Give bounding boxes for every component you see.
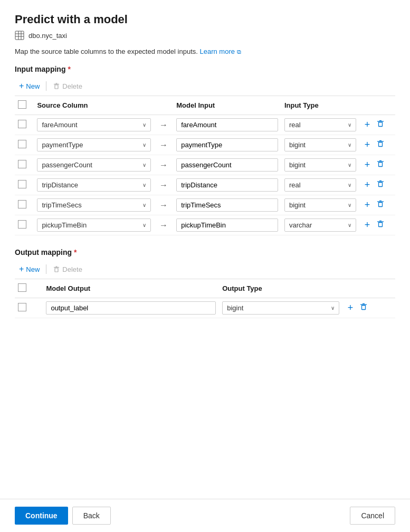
add-row-button[interactable]: +	[363, 218, 373, 232]
model-output-field[interactable]	[46, 301, 216, 315]
input-type-value: varchar	[289, 221, 312, 229]
delete-row-button[interactable]	[374, 138, 387, 149]
delete-icon	[376, 139, 385, 148]
input-type-chevron-icon: ∨	[348, 162, 351, 168]
input-type-chevron-icon: ∨	[348, 222, 351, 228]
source-chevron-icon: ∨	[142, 162, 146, 168]
output-row-checkbox[interactable]	[18, 303, 26, 311]
svg-rect-8	[379, 122, 383, 127]
arrow-right-icon: →	[159, 140, 168, 149]
delete-row-button[interactable]	[374, 198, 387, 209]
model-input-field[interactable]	[176, 218, 278, 232]
input-type-dropdown[interactable]: bigint ∨	[284, 198, 356, 212]
input-row-checkbox[interactable]	[18, 200, 26, 208]
input-type-value: bigint	[289, 161, 306, 169]
input-type-dropdown[interactable]: varchar ∨	[284, 218, 356, 232]
add-row-button[interactable]: +	[363, 178, 373, 192]
input-delete-button[interactable]: Delete	[49, 80, 87, 92]
delete-row-button[interactable]	[374, 158, 387, 169]
input-row-checkbox[interactable]	[18, 140, 26, 148]
delete-icon	[376, 220, 385, 228]
source-chevron-icon: ∨	[142, 202, 146, 208]
input-mapping-section-label: Input mapping *	[15, 65, 395, 73]
source-column-dropdown[interactable]: paymentType ∨	[37, 138, 150, 151]
table-icon	[15, 31, 24, 40]
source-column-value: fareAmount	[42, 121, 77, 129]
svg-rect-5	[55, 85, 58, 89]
output-select-all-checkbox[interactable]	[18, 283, 26, 292]
source-column-dropdown[interactable]: pickupTimeBin ∨	[37, 218, 150, 232]
output-table-row: bigint ∨ +	[15, 298, 395, 318]
input-type-value: real	[289, 181, 301, 189]
input-row-checkbox[interactable]	[18, 220, 26, 229]
input-new-button[interactable]: + New	[15, 80, 44, 92]
output-add-row-button[interactable]: +	[346, 301, 356, 315]
output-mapping-toolbar: + New Delete	[15, 261, 395, 279]
back-button[interactable]: Back	[72, 507, 111, 525]
arrow-right-icon: →	[159, 221, 168, 230]
source-chevron-icon: ∨	[142, 142, 146, 148]
input-select-all-checkbox[interactable]	[18, 100, 26, 109]
delete-row-button[interactable]	[374, 118, 387, 129]
input-row-checkbox[interactable]	[18, 180, 26, 188]
external-link-icon: ⧉	[237, 49, 241, 55]
input-header-arrow	[154, 96, 173, 115]
output-new-button[interactable]: + New	[15, 263, 44, 276]
output-delete-button[interactable]: Delete	[49, 263, 87, 276]
source-column-value: paymentType	[42, 141, 83, 149]
source-column-dropdown[interactable]: tripTimeSecs ∨	[37, 198, 150, 212]
model-input-field[interactable]	[176, 158, 278, 172]
input-type-dropdown[interactable]: real ∨	[284, 178, 356, 192]
source-column-value: passengerCount	[42, 161, 92, 169]
add-row-button[interactable]: +	[363, 158, 373, 172]
input-type-chevron-icon: ∨	[348, 122, 351, 128]
output-header-actions	[342, 279, 395, 298]
input-row-checkbox[interactable]	[18, 120, 26, 128]
source-chevron-icon: ∨	[142, 182, 146, 188]
model-input-field[interactable]	[176, 178, 278, 192]
add-row-button[interactable]: +	[363, 138, 373, 151]
input-row-checkbox[interactable]	[18, 160, 26, 168]
delete-icon	[376, 200, 385, 208]
svg-rect-29	[362, 306, 366, 310]
input-type-dropdown[interactable]: bigint ∨	[284, 138, 356, 151]
input-type-dropdown[interactable]: bigint ∨	[284, 158, 356, 172]
input-header-checkbox	[15, 96, 34, 115]
delete-row-button[interactable]	[374, 218, 387, 229]
input-table-row: pickupTimeBin ∨ → varchar ∨ +	[15, 215, 395, 235]
input-type-chevron-icon: ∨	[348, 182, 351, 188]
output-header-output-type: Output Type	[219, 279, 342, 298]
input-table-row: fareAmount ∨ → real ∨ +	[15, 115, 395, 135]
input-type-chevron-icon: ∨	[348, 202, 351, 208]
add-row-button[interactable]: +	[363, 118, 373, 131]
output-plus-icon: +	[19, 265, 24, 273]
cancel-button[interactable]: Cancel	[350, 507, 395, 525]
source-column-dropdown[interactable]: passengerCount ∨	[37, 158, 150, 172]
model-input-field[interactable]	[176, 118, 278, 131]
source-column-value: tripTimeSecs	[42, 201, 81, 209]
source-column-dropdown[interactable]: tripDistance ∨	[37, 178, 150, 192]
input-header-input-type: Input Type	[281, 96, 359, 115]
output-mapping-section-label: Output mapping *	[15, 248, 395, 256]
input-table-row: paymentType ∨ → bigint ∨ +	[15, 135, 395, 155]
input-mapping-table: Source Column Model Input Input Type far…	[15, 96, 395, 235]
model-input-field[interactable]	[176, 198, 278, 212]
output-type-dropdown[interactable]: bigint ∨	[222, 301, 339, 315]
source-table-name: dbo.nyc_taxi	[28, 32, 67, 40]
learn-more-link[interactable]: Learn more ⧉	[200, 48, 241, 55]
continue-button[interactable]: Continue	[15, 507, 68, 525]
source-column-dropdown[interactable]: fareAmount ∨	[37, 118, 150, 131]
svg-rect-23	[379, 223, 383, 227]
input-type-dropdown[interactable]: real ∨	[284, 118, 356, 131]
input-type-value: real	[289, 121, 301, 129]
toolbar-divider	[46, 81, 46, 91]
input-table-row: tripDistance ∨ → real ∨ +	[15, 175, 395, 195]
toolbar-trash-icon	[53, 82, 60, 90]
delete-row-button[interactable]	[374, 178, 387, 189]
arrow-right-icon: →	[159, 201, 168, 210]
output-delete-row-button[interactable]	[357, 301, 370, 312]
output-add-icon: +	[348, 302, 354, 314]
add-row-button[interactable]: +	[363, 198, 373, 212]
table-source: dbo.nyc_taxi	[15, 31, 395, 40]
model-input-field[interactable]	[176, 138, 278, 151]
